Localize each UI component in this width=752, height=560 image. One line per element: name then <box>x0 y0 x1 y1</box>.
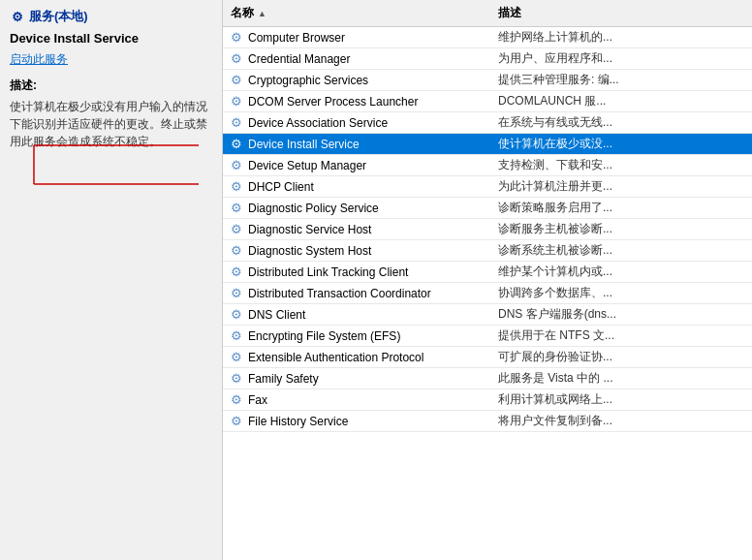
table-row[interactable]: ⚙Device Install Service使计算机在极少或没... <box>223 134 752 155</box>
service-name-text: Fax <box>248 393 267 407</box>
description-area: 描述: 使计算机在极少或没有用户输入的情况下能识别并适应硬件的更改。终止或禁用此… <box>10 78 212 552</box>
column-header-desc[interactable]: 描述 <box>494 3 752 23</box>
service-desc-cell: 将用户文件复制到备... <box>494 411 752 431</box>
service-gear-icon: ⚙ <box>229 328 244 344</box>
table-header: 名称 ▲ 描述 <box>223 0 752 27</box>
service-name-text: Device Association Service <box>248 116 388 130</box>
service-name-cell: ⚙Family Safety <box>223 369 494 389</box>
service-desc-cell: 维护网络上计算机的... <box>494 27 752 47</box>
table-row[interactable]: ⚙Distributed Link Tracking Client维护某个计算机… <box>223 262 752 283</box>
service-name-text: DNS Client <box>248 308 305 322</box>
service-name-cell: ⚙File History Service <box>223 412 494 431</box>
table-row[interactable]: ⚙Distributed Transaction Coordinator协调跨多… <box>223 283 752 304</box>
services-table[interactable]: ⚙Computer Browser维护网络上计算机的...⚙Credential… <box>223 27 752 560</box>
table-row[interactable]: ⚙Cryptographic Services提供三种管理服务: 编... <box>223 70 752 91</box>
service-name-cell: ⚙Distributed Link Tracking Client <box>223 263 494 282</box>
service-gear-icon: ⚙ <box>229 73 244 88</box>
desc-col-label: 描述 <box>498 6 521 19</box>
service-name-cell: ⚙Device Association Service <box>223 113 494 133</box>
table-row[interactable]: ⚙Fax利用计算机或网络上... <box>223 389 752 411</box>
service-desc-cell: 诊断策略服务启用了... <box>494 198 752 218</box>
service-name-text: File History Service <box>248 415 348 428</box>
service-name-cell: ⚙Extensible Authentication Protocol <box>223 348 494 367</box>
service-desc-cell: DCOMLAUNCH 服... <box>494 91 752 111</box>
table-row[interactable]: ⚙Diagnostic System Host诊断系统主机被诊断... <box>223 240 752 262</box>
table-row[interactable]: ⚙DNS ClientDNS 客户端服务(dns... <box>223 304 752 326</box>
service-gear-icon: ⚙ <box>229 179 244 195</box>
service-name-cell: ⚙Device Setup Manager <box>223 156 494 175</box>
service-gear-icon: ⚙ <box>229 350 244 365</box>
service-name-cell: ⚙Encrypting File System (EFS) <box>223 327 494 346</box>
right-panel: 名称 ▲ 描述 ⚙Computer Browser维护网络上计算机的...⚙Cr… <box>223 0 752 560</box>
service-gear-icon: ⚙ <box>229 392 244 408</box>
service-name-text: Distributed Transaction Coordinator <box>248 287 431 300</box>
service-name-cell: ⚙DCOM Server Process Launcher <box>223 92 494 111</box>
title-gear-icon: ⚙ <box>10 9 25 24</box>
service-desc-cell: 诊断系统主机被诊断... <box>494 240 752 261</box>
service-name-text: Device Setup Manager <box>248 159 366 172</box>
service-desc-cell: 为此计算机注册并更... <box>494 176 752 197</box>
service-desc-cell: 维护某个计算机内或... <box>494 262 752 282</box>
service-name-cell: ⚙DNS Client <box>223 305 494 325</box>
service-gear-icon: ⚙ <box>229 158 244 173</box>
service-name-text: Diagnostic Policy Service <box>248 202 379 215</box>
service-name-cell: ⚙Device Install Service <box>223 135 494 154</box>
service-name-cell: ⚙Distributed Transaction Coordinator <box>223 284 494 303</box>
table-row[interactable]: ⚙Encrypting File System (EFS)提供用于在 NTFS … <box>223 326 752 347</box>
service-gear-icon: ⚙ <box>229 307 244 323</box>
service-name-cell: ⚙Diagnostic Service Host <box>223 220 494 239</box>
annotation-arrow <box>5 126 199 300</box>
service-name-cell: ⚙Cryptographic Services <box>223 71 494 90</box>
service-desc-cell: 在系统与有线或无线... <box>494 112 752 133</box>
service-gear-icon: ⚙ <box>229 94 244 109</box>
service-desc-cell: 支持检测、下载和安... <box>494 155 752 175</box>
table-row[interactable]: ⚙Diagnostic Policy Service诊断策略服务启用了... <box>223 198 752 219</box>
panel-title-text: 服务(本地) <box>29 8 88 25</box>
table-row[interactable]: ⚙Credential Manager为用户、应用程序和... <box>223 48 752 70</box>
table-row[interactable]: ⚙Device Association Service在系统与有线或无线... <box>223 112 752 134</box>
service-desc-cell: 为用户、应用程序和... <box>494 48 752 69</box>
description-label: 描述: <box>10 78 212 94</box>
left-panel: ⚙ 服务(本地) Device Install Service 启动此服务 描述… <box>0 0 223 560</box>
start-service-link[interactable]: 启动此服务 <box>10 51 212 68</box>
name-col-label: 名称 <box>231 5 254 21</box>
service-name-text: Distributed Link Tracking Client <box>248 265 408 279</box>
description-text: 使计算机在极少或没有用户输入的情况下能识别并适应硬件的更改。终止或禁用此服务会造… <box>10 98 212 150</box>
service-gear-icon: ⚙ <box>229 264 244 280</box>
service-name-cell: ⚙Diagnostic System Host <box>223 241 494 261</box>
service-name-cell: ⚙Credential Manager <box>223 49 494 69</box>
column-header-name[interactable]: 名称 ▲ <box>223 3 494 23</box>
selected-service-name: Device Install Service <box>10 31 212 46</box>
service-gear-icon: ⚙ <box>229 286 244 301</box>
service-name-text: Diagnostic Service Host <box>248 223 371 236</box>
service-gear-icon: ⚙ <box>229 222 244 237</box>
service-desc-cell: 提供三种管理服务: 编... <box>494 70 752 90</box>
main-container: ⚙ 服务(本地) Device Install Service 启动此服务 描述… <box>0 0 752 560</box>
sort-arrow-icon: ▲ <box>258 9 266 18</box>
service-gear-icon: ⚙ <box>229 115 244 131</box>
service-name-cell: ⚙Computer Browser <box>223 28 494 47</box>
service-desc-cell: 使计算机在极少或没... <box>494 134 752 154</box>
service-name-text: Device Install Service <box>248 138 360 151</box>
table-row[interactable]: ⚙Diagnostic Service Host诊断服务主机被诊断... <box>223 219 752 240</box>
service-gear-icon: ⚙ <box>229 30 244 46</box>
service-gear-icon: ⚙ <box>229 243 244 259</box>
service-name-text: Diagnostic System Host <box>248 244 371 258</box>
service-name-text: Credential Manager <box>248 52 350 66</box>
table-row[interactable]: ⚙Computer Browser维护网络上计算机的... <box>223 27 752 48</box>
service-desc-cell: 诊断服务主机被诊断... <box>494 219 752 239</box>
service-name-text: Extensible Authentication Protocol <box>248 351 423 364</box>
service-name-text: Encrypting File System (EFS) <box>248 329 400 343</box>
service-gear-icon: ⚙ <box>229 201 244 216</box>
table-row[interactable]: ⚙DHCP Client为此计算机注册并更... <box>223 176 752 198</box>
service-desc-cell: 利用计算机或网络上... <box>494 389 752 410</box>
table-row[interactable]: ⚙Family Safety此服务是 Vista 中的 ... <box>223 368 752 389</box>
service-name-text: DCOM Server Process Launcher <box>248 95 418 109</box>
table-row[interactable]: ⚙Extensible Authentication Protocol可扩展的身… <box>223 347 752 368</box>
table-row[interactable]: ⚙DCOM Server Process LauncherDCOMLAUNCH … <box>223 91 752 112</box>
service-desc-cell: 提供用于在 NTFS 文... <box>494 326 752 346</box>
table-row[interactable]: ⚙File History Service将用户文件复制到备... <box>223 411 752 432</box>
service-desc-cell: DNS 客户端服务(dns... <box>494 304 752 325</box>
service-name-text: Family Safety <box>248 372 319 386</box>
table-row[interactable]: ⚙Device Setup Manager支持检测、下载和安... <box>223 155 752 176</box>
